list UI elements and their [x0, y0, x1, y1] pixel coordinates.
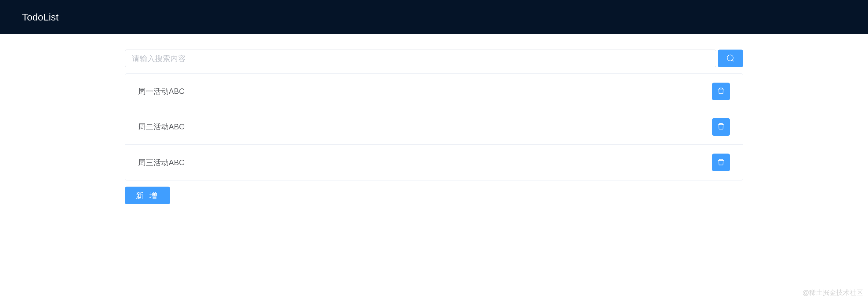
search-row	[125, 49, 743, 67]
todo-item: 周三活动ABC	[125, 145, 743, 180]
delete-button[interactable]	[712, 118, 730, 136]
todo-text[interactable]: 周二活动ABC	[138, 122, 184, 132]
add-button[interactable]: 新 增	[125, 187, 170, 204]
search-button[interactable]	[718, 49, 743, 67]
todo-text[interactable]: 周三活动ABC	[138, 158, 184, 168]
trash-icon	[717, 122, 725, 131]
todo-text[interactable]: 周一活动ABC	[138, 86, 184, 96]
todo-item: 周一活动ABC	[125, 74, 743, 109]
delete-button[interactable]	[712, 154, 730, 171]
app-title: TodoList	[22, 12, 59, 23]
header: TodoList	[0, 0, 868, 34]
trash-icon	[717, 158, 725, 167]
trash-icon	[717, 87, 725, 96]
todo-list: 周一活动ABC 周二活动ABC 周三活动ABC	[125, 73, 743, 180]
main-container: 周一活动ABC 周二活动ABC 周三活动ABC	[125, 34, 743, 220]
delete-button[interactable]	[712, 82, 730, 100]
todo-item: 周二活动ABC	[125, 109, 743, 145]
search-input[interactable]	[125, 49, 716, 67]
search-icon	[726, 54, 735, 63]
